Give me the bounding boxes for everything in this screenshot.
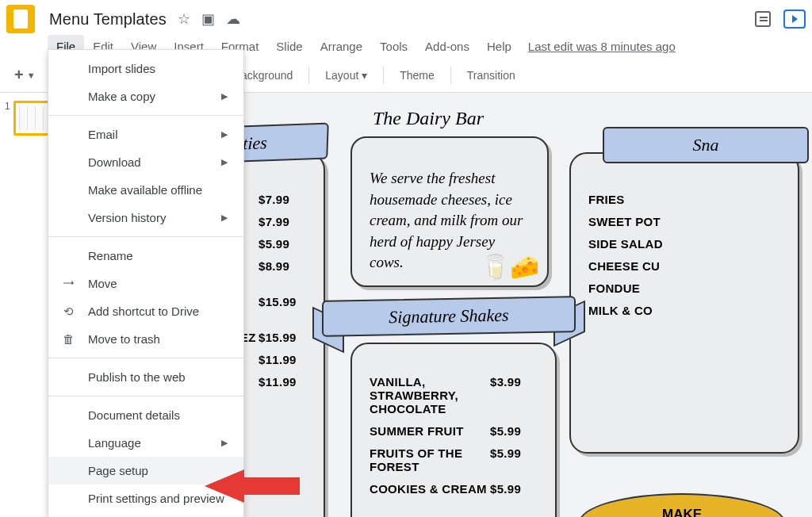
menu-item-row: Vanilla, Strawberry, Chocolate$3.99 <box>370 375 538 416</box>
menuitem-icon: ⟲ <box>61 304 75 319</box>
menuitem-icon: ⭢ <box>61 277 75 291</box>
combo-badge: MAKE COM <box>579 493 785 517</box>
menu-item-row: Cheese Cu <box>588 259 780 273</box>
menuitem-download[interactable]: Download▶ <box>48 148 243 176</box>
menuitem-move-to-trash[interactable]: 🗑Move to trash <box>48 325 243 353</box>
submenu-arrow-icon: ▶ <box>221 438 228 448</box>
menu-item-row: Sweet Pot <box>588 215 780 228</box>
submenu-arrow-icon: ▶ <box>221 213 228 223</box>
move-folder-icon[interactable]: ▣ <box>201 10 215 28</box>
menuitem-version-history[interactable]: Version history▶ <box>48 204 243 232</box>
menuitem-publish-to-the-web[interactable]: Publish to the web <box>48 363 243 391</box>
menuitem-document-details[interactable]: Document details <box>48 401 243 429</box>
menu-item-row: Fries <box>588 193 780 206</box>
file-menu-dropdown: Import slidesMake a copy▶Email▶Download▶… <box>48 49 244 517</box>
slides-logo-icon[interactable] <box>6 5 35 33</box>
menu-add-ons[interactable]: Add-ons <box>416 35 478 58</box>
menu-tools[interactable]: Tools <box>371 35 416 58</box>
shakes-ribbon: Signature Shakes <box>322 296 576 337</box>
menuitem-make-available-offline[interactable]: Make available offline <box>48 176 243 204</box>
submenu-arrow-icon: ▶ <box>221 91 228 101</box>
snacks-ribbon: Sna <box>603 127 809 163</box>
new-slide-button[interactable]: +▼ <box>8 63 42 87</box>
annotation-arrow-icon <box>205 469 300 501</box>
document-title[interactable]: Menu Templates <box>49 10 167 29</box>
cloud-status-icon[interactable]: ☁ <box>226 10 240 28</box>
menu-item-row: Fruits of the Forest$5.99 <box>370 446 538 473</box>
snacks-menu-box: FriesSweet PotSide SaladCheese CuFondueM… <box>569 152 799 454</box>
menu-item-row: Cookies & Cream$5.99 <box>370 482 538 496</box>
last-edit-label[interactable]: Last edit was 8 minutes ago <box>528 40 676 53</box>
title-bar: Menu Templates ☆ ▣ ☁ <box>0 0 812 33</box>
menuitem-rename[interactable]: Rename <box>48 242 243 270</box>
menu-item-row: Summer Fruit$5.99 <box>370 424 538 438</box>
shakes-menu-box: Vanilla, Strawberry, Chocolate$3.99Summe… <box>350 343 557 517</box>
menuitem-icon: 🗑 <box>61 332 75 347</box>
comments-icon[interactable] <box>755 11 771 27</box>
menu-slide[interactable]: Slide <box>267 35 311 58</box>
slide-thumb-number: 1 <box>5 101 10 136</box>
menu-help[interactable]: Help <box>478 35 520 58</box>
theme-button[interactable]: Theme <box>393 66 441 85</box>
star-icon[interactable]: ☆ <box>178 10 190 28</box>
milk-icon: 🥛🧀 <box>481 253 539 281</box>
layout-button[interactable]: Layout ▾ <box>319 66 373 85</box>
present-button[interactable] <box>783 10 806 29</box>
slide-restaurant-title: The Dairy Bar <box>373 108 484 129</box>
menu-item-row: Milk & Co <box>588 304 780 317</box>
menuitem-email[interactable]: Email▶ <box>48 121 243 148</box>
menuitem-language[interactable]: Language▶ <box>48 429 243 457</box>
menu-item-row: Fondue <box>588 281 780 295</box>
menuitem-add-shortcut-to-drive[interactable]: ⟲Add shortcut to Drive <box>48 297 243 325</box>
menu-arrange[interactable]: Arrange <box>312 35 371 58</box>
menuitem-import-slides[interactable]: Import slides <box>48 55 243 82</box>
submenu-arrow-icon: ▶ <box>221 157 228 167</box>
transition-button[interactable]: Transition <box>461 66 522 85</box>
menuitem-make-a-copy[interactable]: Make a copy▶ <box>48 82 243 110</box>
submenu-arrow-icon: ▶ <box>221 129 228 140</box>
description-box: We serve the freshest housemade cheeses,… <box>350 136 549 287</box>
menuitem-move[interactable]: ⭢Move <box>48 270 243 297</box>
menu-item-row: Side Salad <box>588 237 780 251</box>
